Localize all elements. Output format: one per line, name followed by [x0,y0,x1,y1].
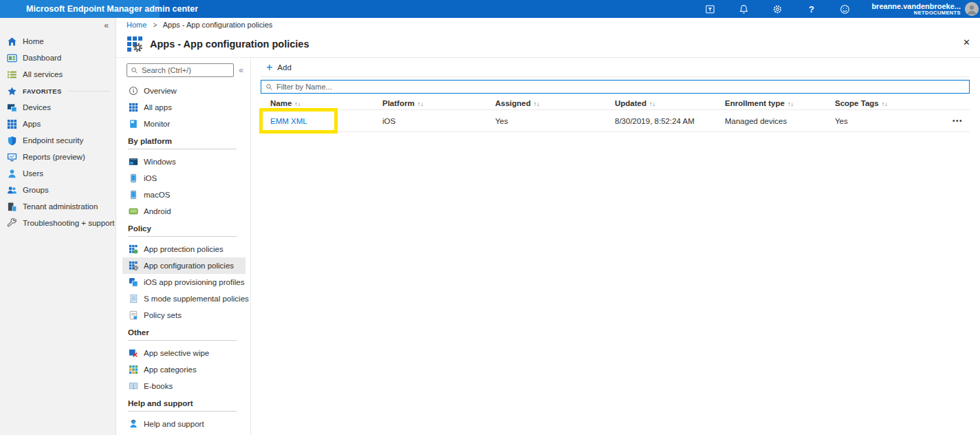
column-header-enrollment-type[interactable]: Enrollment type↑↓ [725,99,835,107]
dashboard-icon [7,53,17,63]
menu-item-label: S mode supplemental policies [144,295,249,303]
menu-item-label: iOS app provisioning profiles [144,278,244,286]
nav-item-home[interactable]: Home [0,33,116,50]
breadcrumb-home-link[interactable]: Home [127,21,146,29]
help-icon[interactable]: ? [794,0,828,18]
plus-icon: + [266,63,272,72]
sort-icon: ↑↓ [882,100,888,107]
menu-item-label: App categories [144,365,197,374]
cell-updated: 8/30/2019, 8:52:24 AM [615,117,725,125]
menu-collapse-icon[interactable]: « [239,65,243,75]
main-content: + Add Name↑↓ Platform↑↓ Assigned↑↓ Updat… [251,58,980,434]
macos-device-icon [129,190,138,200]
column-header-assigned[interactable]: Assigned↑↓ [495,99,615,107]
apps-grid-icon [7,119,17,129]
row-context-menu-icon[interactable]: ••• [945,117,970,125]
nav-item-label: FAVORITES [23,87,62,95]
section-help-and-support: Help and support [128,399,237,412]
menu-item-app-configuration-policies[interactable]: App configuration policies [122,257,246,274]
column-header-name[interactable]: Name↑↓ [270,99,382,107]
nav-item-reports[interactable]: Reports (preview) [0,149,116,165]
nav-item-label: All services [23,70,63,78]
user-icon [7,169,17,179]
left-nav: « Home Dashboard All services FAVORITES [0,18,116,435]
nav-item-tenant-administration[interactable]: Tenant administration [0,198,116,215]
nav-item-dashboard[interactable]: Dashboard [0,50,116,66]
top-bar: Microsoft Endpoint Manager admin center … [0,0,980,18]
filter-by-name[interactable] [261,80,970,94]
tenant-admin-icon [7,202,17,212]
menu-item-monitor[interactable]: Monitor [122,116,246,132]
cell-scope-tags: Yes [835,117,945,125]
menu-item-android[interactable]: Android [122,203,246,220]
add-button[interactable]: + Add [261,61,297,74]
account-info[interactable]: breanne.vandenbroeke... NETDOCUMENTS [871,2,961,16]
menu-item-ios-app-provisioning-profiles[interactable]: iOS app provisioning profiles [122,274,246,290]
star-icon [7,86,17,96]
settings-icon[interactable] [761,0,794,18]
app-configuration-icon [129,261,138,270]
nav-item-users[interactable]: Users [0,165,116,182]
menu-item-ios[interactable]: iOS [122,170,246,187]
column-header-platform[interactable]: Platform↑↓ [382,99,495,107]
selective-wipe-icon [129,348,138,358]
nav-item-devices[interactable]: Devices [0,99,116,116]
nav-item-apps[interactable]: Apps [0,116,116,132]
feedback-icon[interactable] [828,0,862,18]
menu-item-help-and-support[interactable]: Help and support [122,416,246,432]
notifications-icon[interactable] [727,0,761,18]
table-row[interactable]: EMM XML iOS Yes 8/30/2019, 8:52:24 AM Ma… [261,110,970,132]
nav-item-label: Groups [23,186,49,194]
nav-item-all-services[interactable]: All services [0,66,116,83]
sort-icon: ↑↓ [294,100,301,107]
nav-collapse-icon[interactable]: « [104,21,109,30]
menu-item-app-selective-wipe[interactable]: App selective wipe [122,345,246,361]
page-title: Apps - App configuration policies [150,39,309,50]
nav-item-troubleshooting[interactable]: Troubleshooting + support [0,215,116,231]
nav-item-label: Reports (preview) [23,153,85,161]
app-title: Microsoft Endpoint Manager admin center [0,0,160,18]
nav-item-endpoint-security[interactable]: Endpoint security [0,132,116,149]
filter-input[interactable] [276,83,969,91]
devices-icon [7,103,17,113]
menu-search-input[interactable] [142,66,233,74]
sort-icon: ↑↓ [417,100,424,107]
sort-icon: ↑↓ [534,100,540,107]
menu-item-label: iOS [144,174,157,182]
column-header-updated[interactable]: Updated↑↓ [615,99,725,107]
menu-item-macos[interactable]: macOS [122,187,246,203]
menu-item-label: Help and support [144,420,204,428]
nav-item-label: Dashboard [23,54,61,62]
avatar[interactable] [965,2,979,16]
support-person-icon [129,419,138,429]
nav-item-label: Troubleshooting + support [23,219,115,227]
section-other: Other [128,328,237,341]
group-icon [7,185,17,195]
nav-item-groups[interactable]: Groups [0,182,116,198]
menu-item-label: E-books [144,382,173,390]
sort-icon: ↑↓ [787,100,794,107]
menu-item-s-mode-supplemental-policies[interactable]: S mode supplemental policies [122,290,246,307]
monitor-icon [129,119,138,129]
nav-item-label: Devices [23,103,51,112]
menu-item-app-categories[interactable]: App categories [122,361,246,378]
blade-menu: « Overview All apps [116,58,251,434]
nav-item-favorites[interactable]: FAVORITES [0,83,116,99]
windows-icon [129,157,138,167]
menu-item-windows[interactable]: Windows [122,153,246,170]
app-config-policies-icon [127,36,143,52]
menu-item-policy-sets[interactable]: Policy sets [122,307,246,323]
menu-item-label: macOS [144,191,170,199]
menu-item-app-protection-policies[interactable]: App protection policies [122,241,246,257]
close-icon[interactable]: ✕ [963,37,970,47]
directory-filter-icon[interactable] [693,0,727,18]
menu-item-label: Windows [144,158,176,166]
policy-name-link[interactable]: EMM XML [270,117,307,125]
menu-item-overview[interactable]: Overview [122,83,246,99]
menu-item-ebooks[interactable]: E-books [122,378,246,394]
breadcrumb: Home > Apps - App configuration policies [116,18,980,30]
info-circle-icon [129,86,138,96]
menu-item-all-apps[interactable]: All apps [122,99,246,116]
column-header-scope-tags[interactable]: Scope Tags↑↓ [835,99,945,107]
menu-search[interactable] [127,63,234,77]
